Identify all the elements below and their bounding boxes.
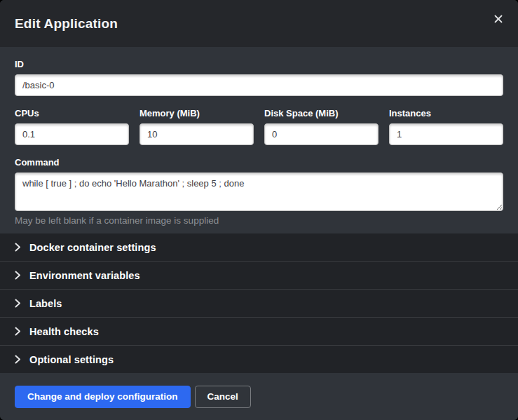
instances-field-group: Instances — [389, 108, 503, 145]
chevron-right-icon — [15, 355, 21, 364]
command-field-group: Command while [ true ] ; do echo 'Hello … — [15, 157, 503, 226]
section-label: Labels — [29, 298, 62, 309]
chevron-right-icon — [15, 327, 21, 336]
section-environment-variables[interactable]: Environment variables — [0, 261, 518, 289]
instances-input[interactable] — [389, 123, 503, 145]
id-field-group: ID — [15, 59, 503, 96]
close-button[interactable] — [489, 10, 507, 28]
section-label: Docker container settings — [29, 242, 156, 253]
chevron-right-icon — [15, 299, 21, 308]
memory-field-group: Memory (MiB) — [139, 108, 254, 145]
cpus-label: CPUs — [15, 108, 129, 119]
disk-space-input[interactable] — [264, 123, 379, 145]
edit-application-modal: Edit Application ID CPUs Memory (MiB) — [0, 0, 518, 420]
command-label: Command — [15, 157, 503, 168]
modal-title: Edit Application — [15, 16, 118, 32]
id-input[interactable] — [15, 74, 503, 96]
section-docker-container-settings[interactable]: Docker container settings — [0, 233, 518, 261]
cancel-button[interactable]: Cancel — [195, 386, 251, 408]
memory-input[interactable] — [139, 123, 254, 145]
modal-footer: Change and deploy configuration Cancel — [0, 373, 518, 420]
edit-application-form: ID CPUs Memory (MiB) Disk Space (MiB) In… — [0, 47, 518, 233]
section-optional-settings[interactable]: Optional settings — [0, 345, 518, 373]
disk-field-group: Disk Space (MiB) — [264, 108, 379, 145]
command-help-text: May be left blank if a container image i… — [15, 215, 503, 226]
memory-label: Memory (MiB) — [139, 108, 254, 119]
instances-label: Instances — [389, 108, 503, 119]
cpus-input[interactable] — [15, 123, 129, 145]
id-label: ID — [15, 59, 503, 70]
cpus-field-group: CPUs — [15, 108, 129, 145]
accordion-sections: Docker container settings Environment va… — [0, 233, 518, 373]
modal-header: Edit Application — [0, 0, 518, 47]
section-label: Optional settings — [29, 354, 114, 365]
change-and-deploy-button[interactable]: Change and deploy configuration — [15, 386, 191, 408]
disk-space-label: Disk Space (MiB) — [264, 108, 379, 119]
resources-row: CPUs Memory (MiB) Disk Space (MiB) Insta… — [15, 108, 503, 145]
section-label: Health checks — [29, 326, 99, 337]
chevron-right-icon — [15, 243, 21, 252]
section-labels[interactable]: Labels — [0, 289, 518, 317]
close-icon — [494, 15, 503, 23]
spacer — [15, 145, 503, 157]
spacer — [15, 96, 503, 108]
section-label: Environment variables — [29, 270, 140, 281]
section-health-checks[interactable]: Health checks — [0, 317, 518, 345]
chevron-right-icon — [15, 271, 21, 280]
command-textarea[interactable]: while [ true ] ; do echo 'Hello Marathon… — [15, 172, 503, 211]
